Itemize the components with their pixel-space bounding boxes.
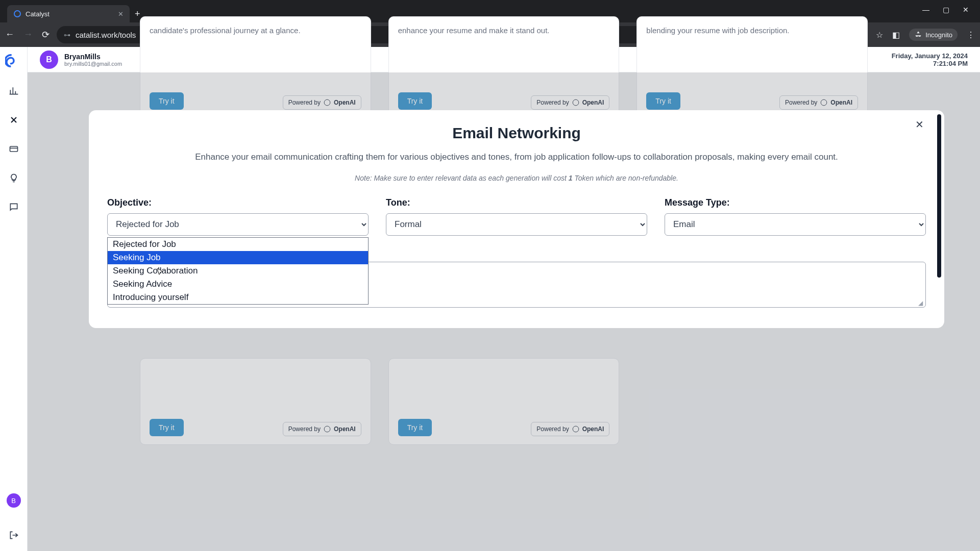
chat-icon[interactable]	[9, 202, 19, 215]
msgtype-field: Message Type: Email	[665, 197, 926, 236]
close-window-icon[interactable]: ✕	[963, 6, 969, 14]
svg-point-0	[14, 11, 20, 17]
objective-field: Objective: Rejected for Job Rejected for…	[107, 197, 369, 236]
modal-close-button[interactable]: ✕	[915, 118, 924, 131]
objective-label: Objective:	[107, 197, 369, 208]
date-block: Friday, January 12, 2024 7:21:04 PM	[892, 52, 968, 67]
msgtype-label: Message Type:	[665, 197, 926, 208]
toolbar-right: ☆ ◧ Incognito ⋮	[856, 29, 975, 41]
msgtype-select[interactable]: Email	[665, 213, 926, 236]
billing-icon[interactable]	[9, 144, 19, 157]
user-name: BryanMills	[64, 53, 122, 61]
avatar: B	[40, 51, 58, 69]
minimize-icon[interactable]: —	[922, 6, 929, 14]
incognito-chip[interactable]: Incognito	[909, 29, 958, 41]
tab-close-icon[interactable]: ✕	[118, 10, 124, 18]
tone-select[interactable]: Formal	[386, 213, 647, 236]
modal-note: Note: Make sure to enter relevant data a…	[107, 174, 926, 182]
analytics-icon[interactable]	[9, 86, 19, 98]
svg-rect-3	[10, 146, 17, 152]
objective-option[interactable]: Seeking Collaboration	[108, 264, 368, 278]
logout-icon[interactable]	[9, 530, 19, 543]
scroll-thumb[interactable]	[937, 114, 941, 278]
objective-option[interactable]: Seeking Advice	[108, 278, 368, 291]
nav-buttons: ← → ⟳	[5, 29, 50, 40]
modal-fields: Objective: Rejected for Job Rejected for…	[107, 197, 926, 236]
card-desc: blending your resume with job descriptio…	[646, 26, 858, 35]
user-email: bry.mills01@gmail.com	[64, 61, 122, 67]
user-meta: BryanMills bry.mills01@gmail.com	[64, 53, 122, 67]
modal-scrollbar[interactable]	[937, 114, 941, 324]
current-date: Friday, January 12, 2024	[892, 52, 968, 60]
site-info-icon[interactable]: ⊶	[64, 31, 70, 39]
side-panel-icon[interactable]: ◧	[892, 30, 900, 40]
current-time: 7:21:04 PM	[892, 60, 968, 67]
user-chip[interactable]: B BryanMills bry.mills01@gmail.com	[40, 51, 122, 69]
objective-option[interactable]: Seeking Job	[108, 251, 368, 264]
tab-title: Catalyst	[26, 10, 50, 18]
tone-label: Tone:	[386, 197, 647, 208]
window-controls: — ▢ ✕	[922, 6, 976, 17]
objective-option[interactable]: Introducing yourself	[108, 291, 368, 304]
app-logo-icon[interactable]	[5, 52, 22, 69]
kebab-menu-icon[interactable]: ⋮	[967, 30, 975, 40]
tools-icon[interactable]	[9, 115, 19, 128]
tone-field: Tone: Formal	[386, 197, 647, 236]
new-tab-button[interactable]: +	[135, 9, 140, 22]
card-desc: enhance your resume and make it stand ou…	[398, 26, 610, 35]
objective-select[interactable]: Rejected for Job	[107, 213, 369, 236]
incognito-label: Incognito	[925, 31, 952, 39]
objective-dropdown: Rejected for Job Seeking Job Seeking Col…	[107, 237, 369, 305]
rail-avatar[interactable]: B	[7, 493, 21, 508]
url-text: catalist.work/tools	[76, 31, 136, 39]
resize-handle-icon[interactable]: ◢	[918, 299, 923, 307]
bookmark-star-icon[interactable]: ☆	[876, 30, 883, 40]
reload-icon[interactable]: ⟳	[42, 29, 50, 40]
browser-tab[interactable]: Catalyst ✕	[7, 5, 130, 22]
tab-favicon	[13, 10, 21, 18]
card-desc: candidate's professional journey at a gl…	[150, 26, 361, 35]
objective-option[interactable]: Rejected for Job	[108, 238, 368, 251]
forward-icon: →	[23, 29, 33, 40]
main-area: B BryanMills bry.mills01@gmail.com Tools…	[28, 47, 980, 551]
email-networking-modal: ✕ Email Networking Enhance your email co…	[89, 110, 944, 328]
back-icon[interactable]: ←	[5, 29, 14, 40]
left-rail: B	[0, 47, 28, 551]
modal-subtitle: Enhance your email communication craftin…	[138, 151, 895, 164]
idea-icon[interactable]	[9, 173, 19, 186]
modal-title: Email Networking	[107, 124, 926, 142]
maximize-icon[interactable]: ▢	[943, 6, 949, 14]
app-shell: B B BryanMills bry.mills01@gmail.com Too…	[0, 47, 980, 551]
